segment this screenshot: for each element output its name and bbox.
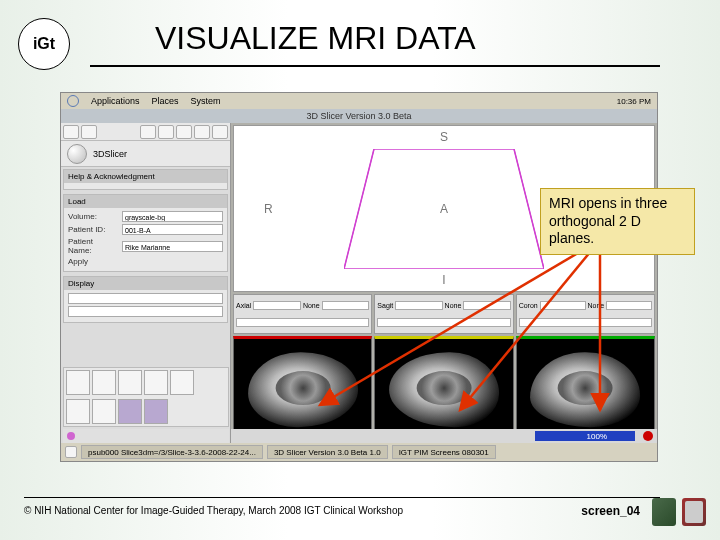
volume-input[interactable]: grayscale-bg [122, 211, 223, 222]
help-header[interactable]: Help & Acknowledgment [64, 170, 227, 183]
volume-label: Volume: [68, 212, 118, 221]
slice-view-coronal[interactable] [516, 336, 655, 441]
desktop-menubar: Applications Places System 10:36 PM [61, 93, 657, 109]
undo-icon[interactable] [140, 125, 156, 139]
display-header[interactable]: Display [64, 277, 227, 290]
task-item[interactable]: psub000 Slice3dm=/3/Slice-3-3.6-2008-22-… [81, 445, 263, 459]
taskbar: psub000 Slice3dm=/3/Slice-3-3.6-2008-22-… [61, 443, 657, 461]
menu-apps[interactable]: Applications [91, 96, 140, 106]
menu-places[interactable]: Places [152, 96, 179, 106]
help-panel: Help & Acknowledgment [63, 169, 228, 190]
slicer-icon [67, 144, 87, 164]
slice-slider[interactable] [236, 318, 369, 327]
progress-bar [535, 431, 635, 441]
svg-line-1 [344, 149, 374, 269]
ctrl-label: Axial [236, 302, 251, 309]
orient-a: A [440, 202, 448, 216]
tool-button[interactable] [212, 125, 228, 139]
thumb[interactable] [66, 399, 90, 424]
slice-slider[interactable] [395, 301, 442, 310]
thumb[interactable] [66, 370, 90, 395]
display-field[interactable] [68, 293, 223, 304]
thumb[interactable] [118, 370, 142, 395]
menu-system[interactable]: System [191, 96, 221, 106]
slice-slider[interactable] [519, 318, 652, 327]
progress-pct: 100% [587, 432, 607, 441]
footer-logo-2 [682, 498, 706, 526]
apply-button[interactable]: Apply [68, 257, 118, 266]
footer-rule [24, 497, 660, 498]
clock: 10:36 PM [617, 97, 651, 106]
screenshot-panel: Applications Places System 10:36 PM 3D S… [60, 92, 658, 462]
footer-logo-1 [652, 498, 676, 526]
slice-ctrl-axial: AxialNone [233, 294, 372, 334]
start-icon[interactable] [65, 446, 77, 458]
progress-area: 100% [231, 429, 657, 443]
tool-button[interactable] [194, 125, 210, 139]
thumb-selected[interactable] [118, 399, 142, 424]
ctrl-label: Sagit [377, 302, 393, 309]
thumb[interactable] [92, 399, 116, 424]
thumb[interactable] [144, 370, 168, 395]
thumb[interactable] [170, 370, 194, 395]
ctrl-label: None [445, 302, 462, 309]
slice-view-axial[interactable] [233, 336, 372, 441]
task-item[interactable]: 3D Slicer Version 3.0 Beta 1.0 [267, 445, 388, 459]
home-icon[interactable] [63, 125, 79, 139]
slide: iGt VISUALIZE MRI DATA Applications Plac… [0, 0, 720, 540]
selector-dot-icon[interactable] [67, 432, 75, 440]
load-header[interactable]: Load [64, 195, 227, 208]
slice-views [233, 336, 655, 441]
selector-bar [63, 429, 229, 443]
ctrl-label: None [303, 302, 320, 309]
ctrl-label: Coron [519, 302, 538, 309]
patient-input[interactable]: 001-B-A [122, 224, 223, 235]
load-panel: Load Volume: grayscale-bg Patient ID: 00… [63, 194, 228, 272]
cancel-icon[interactable] [643, 431, 653, 441]
slice-slider[interactable] [253, 301, 301, 310]
slice-ctrl-sagittal: SagitNone [374, 294, 513, 334]
name-label: Patient Name: [68, 237, 118, 255]
thumb[interactable] [92, 370, 116, 395]
slice-slider[interactable] [606, 301, 652, 310]
gnome-foot-icon [67, 95, 79, 107]
orient-s: S [440, 130, 448, 144]
slicer-label: 3DSlicer [93, 149, 127, 159]
main-view: S I R A L AxialNone SagitNone [231, 123, 657, 443]
slide-number: screen_04 [581, 504, 640, 518]
slice-slider[interactable] [540, 301, 586, 310]
title-rule [90, 65, 660, 67]
window-title: 3D Slicer Version 3.0 Beta [61, 109, 657, 123]
task-item[interactable]: IGT PIM Screens 080301 [392, 445, 496, 459]
thumbnail-strip [63, 367, 229, 427]
display-panel: Display [63, 276, 228, 323]
slice-slider[interactable] [322, 301, 370, 310]
orient-i: I [442, 273, 445, 287]
thumb-selected[interactable] [144, 399, 168, 424]
slice-ctrl-coronal: CoronNone [516, 294, 655, 334]
tool-button[interactable] [176, 125, 192, 139]
tool-button[interactable] [81, 125, 97, 139]
slice-slider[interactable] [377, 318, 510, 327]
logo-text: iGt [33, 35, 55, 53]
patient-label: Patient ID: [68, 225, 118, 234]
orient-r: R [264, 202, 273, 216]
slide-title: VISUALIZE MRI DATA [155, 20, 476, 57]
callout-box: MRI opens in three orthogonal 2 D planes… [540, 188, 695, 255]
redo-icon[interactable] [158, 125, 174, 139]
name-input[interactable]: Rike Marianne [122, 241, 223, 252]
toolbar [61, 123, 230, 141]
nih-logo: iGt [18, 18, 70, 70]
slice-slider[interactable] [463, 301, 510, 310]
slice-view-sagittal[interactable] [374, 336, 513, 441]
ctrl-label: None [588, 302, 605, 309]
footer-text: © NIH National Center for Image-Guided T… [24, 505, 403, 516]
module-row: 3DSlicer [61, 141, 230, 167]
display-field[interactable] [68, 306, 223, 317]
slice-controls: AxialNone SagitNone CoronNone [233, 294, 655, 334]
